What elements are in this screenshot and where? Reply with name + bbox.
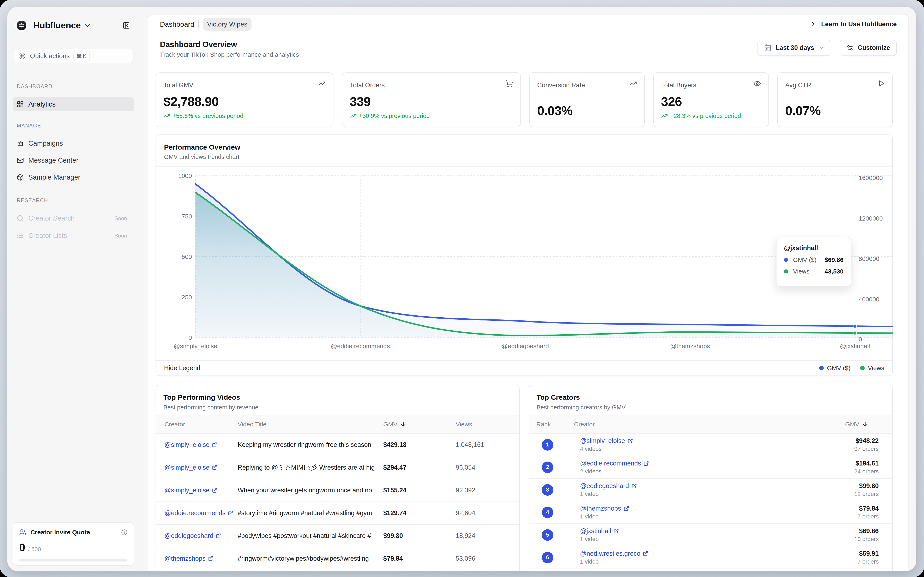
svg-text:1200000: 1200000 bbox=[859, 215, 883, 222]
svg-text:750: 750 bbox=[182, 213, 192, 220]
svg-text:1000: 1000 bbox=[178, 172, 192, 179]
svg-text:@jxstinhall: @jxstinhall bbox=[840, 343, 870, 350]
svg-text:0: 0 bbox=[188, 334, 192, 341]
svg-text:@eddiegoeshard: @eddiegoeshard bbox=[502, 343, 549, 350]
svg-text:1600000: 1600000 bbox=[859, 174, 883, 181]
svg-text:800000: 800000 bbox=[859, 255, 879, 262]
svg-text:@themzshops: @themzshops bbox=[670, 343, 710, 350]
svg-text:@eddie.recommends: @eddie.recommends bbox=[331, 343, 390, 350]
svg-text:@simply_eloise: @simply_eloise bbox=[174, 343, 217, 350]
svg-text:500: 500 bbox=[182, 253, 192, 260]
svg-text:250: 250 bbox=[182, 294, 192, 301]
svg-text:400000: 400000 bbox=[859, 296, 879, 303]
